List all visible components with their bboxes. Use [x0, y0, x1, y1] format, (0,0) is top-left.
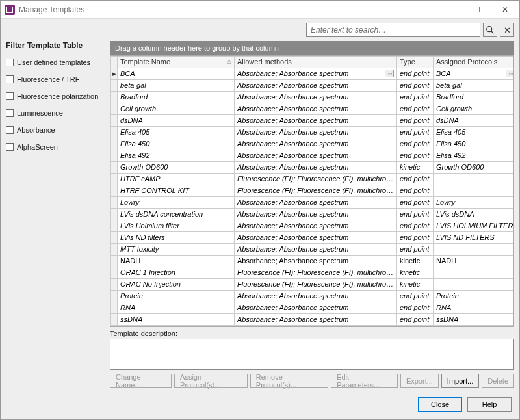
cell-type: end point [397, 68, 434, 79]
import-button[interactable]: Import... [441, 374, 479, 388]
group-by-bar[interactable]: Drag a column header here to group by th… [110, 41, 514, 55]
table-row[interactable]: ssDNAAbsorbance; Absorbance spectrumend … [111, 313, 515, 325]
cell-type: end point [397, 313, 434, 325]
filter-item-3[interactable]: Luminescence [6, 105, 106, 122]
clear-search-button[interactable]: ✕ [500, 23, 514, 37]
table-row[interactable]: LVis ND filtersAbsorbance; Absorbance sp… [111, 231, 515, 243]
cell-type: end point [397, 150, 434, 161]
table-row[interactable]: Elisa 492Absorbance; Absorbance spectrum… [111, 150, 515, 161]
table-row[interactable]: ProteinAbsorbance; Absorbance spectrumen… [111, 290, 515, 302]
cell-type: end point [397, 103, 434, 114]
close-window-button[interactable]: ✕ [491, 1, 519, 19]
checkbox-icon[interactable] [6, 126, 14, 134]
minimize-button[interactable]: — [434, 1, 462, 19]
table-row[interactable]: HTRF CONTROL KITFluorescence (FI); Fluor… [111, 185, 515, 196]
edit-parameters-button[interactable]: Edit Parameters... [331, 374, 398, 388]
column-header[interactable]: Template Name△ [118, 56, 235, 68]
svg-line-1 [491, 31, 494, 34]
table-row[interactable]: BradfordAbsorbance; Absorbance spectrume… [111, 91, 515, 103]
table-row[interactable]: LVis dsDNA concentrationAbsorbance; Abso… [111, 208, 515, 220]
cell-methods: Absorbance; Absorbance spectrum [235, 220, 397, 231]
cell-type: kinetic [397, 161, 434, 173]
remove-protocols-button[interactable]: Remove Protocol(s)... [250, 374, 328, 388]
assign-protocols-button[interactable]: Assign Protocol(s)... [174, 374, 248, 388]
table-row[interactable]: NADHAbsorbance; Absorbance spectrumkinet… [111, 255, 515, 267]
checkbox-icon[interactable] [6, 92, 14, 100]
table-row[interactable]: Cell growthAbsorbance; Absorbance spectr… [111, 103, 515, 114]
cell-protocols [434, 278, 515, 290]
checkbox-icon[interactable] [6, 75, 14, 83]
checkbox-icon[interactable] [6, 59, 14, 66]
search-input[interactable] [306, 23, 480, 37]
cell-name: Elisa 405 [118, 126, 235, 138]
close-button[interactable]: Close [418, 397, 462, 412]
cell-methods: Absorbance; Absorbance spectrum [235, 91, 397, 103]
checkbox-icon[interactable] [6, 143, 14, 151]
cell-name: Cell growth [118, 103, 235, 114]
table-row[interactable]: Elisa 405Absorbance; Absorbance spectrum… [111, 126, 515, 138]
svg-point-0 [487, 27, 492, 32]
filter-item-4[interactable]: Absorbance [6, 122, 106, 138]
cell-name: Bradford [118, 91, 235, 103]
export-button[interactable]: Export... [400, 374, 439, 388]
cell-name: NADH [118, 255, 235, 267]
cell-protocols: RNA [434, 302, 515, 313]
cell-name: ORAC No Injection [118, 278, 235, 290]
change-name-button[interactable]: Change Name... [110, 374, 172, 388]
table-row[interactable]: LowryAbsorbance; Absorbance spectrumend … [111, 196, 515, 208]
cell-name: HTRF cAMP [118, 173, 235, 185]
cell-type: end point [397, 185, 434, 196]
cell-name: LVis ND filters [118, 231, 235, 243]
table-row[interactable]: ORAC No InjectionFluorescence (FI); Fluo… [111, 278, 515, 290]
cell-methods: Absorbance; Absorbance spectrum [235, 290, 397, 302]
cell-type: kinetic [397, 267, 434, 278]
cell-methods: Absorbance; Absorbance spectrum [235, 208, 397, 220]
cell-type: end point [397, 138, 434, 150]
filter-item-2[interactable]: Fluorescence polarization [6, 88, 106, 105]
cell-name: ORAC 1 Injection [118, 267, 235, 278]
table-row[interactable]: HTRF cAMPFluorescence (FI); Fluorescence… [111, 173, 515, 185]
help-button[interactable]: Help [467, 397, 512, 412]
cell-name: dsDNA [118, 114, 235, 126]
filter-item-0[interactable]: User defined templates [6, 54, 106, 71]
cell-protocols [434, 173, 515, 185]
checkbox-icon[interactable] [6, 109, 14, 117]
cell-type: end point [397, 79, 434, 91]
column-header[interactable]: Allowed methods [235, 56, 397, 68]
description-textbox[interactable] [110, 339, 514, 370]
table-row[interactable]: LVis Holmium filterAbsorbance; Absorbanc… [111, 220, 515, 231]
cell-protocols: BCA⋯ [434, 68, 515, 79]
cell-name: Elisa 450 [118, 138, 235, 150]
cell-type: end point [397, 243, 434, 255]
filter-item-5[interactable]: AlphaScreen [6, 138, 106, 155]
table-row[interactable]: Growth OD600Absorbance; Absorbance spect… [111, 161, 515, 173]
cell-name: LVis Holmium filter [118, 220, 235, 231]
app-icon [5, 5, 15, 15]
delete-button[interactable]: Delete [482, 374, 514, 388]
ellipsis-button[interactable]: ⋯ [385, 70, 394, 77]
titlebar: Manage Templates — ☐ ✕ [1, 1, 519, 19]
ellipsis-button[interactable]: ⋯ [506, 70, 514, 77]
maximize-button[interactable]: ☐ [462, 1, 491, 19]
cell-type: end point [397, 126, 434, 138]
cell-methods: Absorbance; Absorbance spectrum [235, 255, 397, 267]
table-row[interactable]: beta-galAbsorbance; Absorbance spectrume… [111, 79, 515, 91]
description-area: Template description: [110, 330, 514, 370]
column-header[interactable]: Type [397, 56, 434, 68]
column-header[interactable]: Assigned Protocols [434, 56, 515, 68]
cell-protocols: LVIS ND FILTERS [434, 231, 515, 243]
cell-name: ssDNA [118, 313, 235, 325]
cell-protocols: Bradford [434, 91, 515, 103]
table-row[interactable]: dsDNAAbsorbance; Absorbance spectrumend … [111, 114, 515, 126]
table-row[interactable]: RNAAbsorbance; Absorbance spectrumend po… [111, 302, 515, 313]
search-icon[interactable] [483, 23, 497, 37]
cell-protocols: Lowry [434, 196, 515, 208]
filter-item-1[interactable]: Fluorescence / TRF [6, 71, 106, 88]
cell-type: end point [397, 290, 434, 302]
table-row[interactable]: Elisa 450Absorbance; Absorbance spectrum… [111, 138, 515, 150]
window-title: Manage Templates [19, 5, 434, 14]
cell-methods: Absorbance; Absorbance spectrum⋯ [235, 68, 397, 79]
table-row[interactable]: MTT toxicityAbsorbance; Absorbance spect… [111, 243, 515, 255]
table-row[interactable]: ORAC 1 InjectionFluorescence (FI); Fluor… [111, 267, 515, 278]
table-row[interactable]: ▸BCAAbsorbance; Absorbance spectrum⋯end … [111, 68, 515, 79]
